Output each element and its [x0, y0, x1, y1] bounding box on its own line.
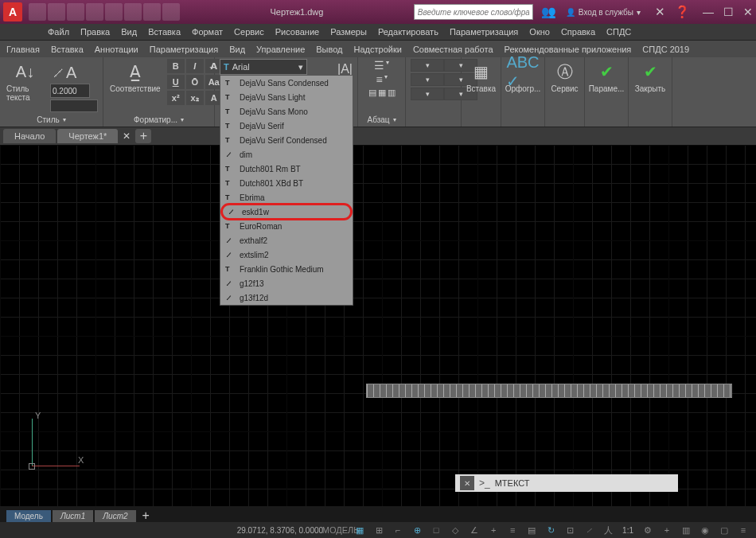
text-ruler[interactable] [366, 384, 732, 398]
maximize-button[interactable]: ☐ [723, 6, 734, 18]
bullets-icon[interactable]: ☰ [374, 59, 384, 72]
dd1[interactable]: ▾ [411, 60, 443, 71]
tab-parametric[interactable]: Параметризация [150, 45, 218, 54]
menu-draw[interactable]: Рисование [275, 27, 319, 37]
menu-dimension[interactable]: Размеры [330, 27, 367, 37]
overline-button[interactable]: Ō [186, 75, 204, 89]
linespace-icon[interactable]: ≡ [376, 73, 382, 86]
match-button[interactable]: A̲ Соответствие [108, 59, 162, 95]
panel-paragraph-label[interactable]: Абзац▾ [363, 115, 400, 125]
menu-spds[interactable]: СПДС [606, 27, 631, 37]
3dosnap-icon[interactable]: ◇ [447, 524, 463, 536]
monitor-icon[interactable]: + [659, 524, 675, 536]
tab-manage[interactable]: Управление [256, 45, 305, 54]
osnap-icon[interactable]: □ [428, 524, 444, 536]
text-height-input[interactable] [50, 84, 90, 98]
italic-button[interactable]: I [186, 59, 204, 73]
custom-icon[interactable]: ≡ [735, 524, 751, 536]
font-item[interactable]: TDutch801 Rm BT [220, 162, 353, 176]
menu-view[interactable]: Вид [121, 27, 137, 37]
status-model[interactable]: МОДЕЛЬ [333, 524, 349, 536]
clean-icon[interactable]: ▢ [716, 524, 732, 536]
lwt-icon[interactable]: ≡ [505, 524, 520, 536]
font-item[interactable]: TDejaVu Sans Condensed [220, 76, 353, 90]
help-search-input[interactable] [414, 4, 533, 20]
cmd-close-icon[interactable]: ✕ [460, 476, 474, 490]
tab-view[interactable]: Вид [229, 45, 245, 54]
align-left-icon[interactable]: ▤ [368, 88, 376, 98]
tab-home[interactable]: Главная [6, 45, 40, 54]
insert-button[interactable]: ▦ Вставка [466, 59, 496, 95]
qat-new-icon[interactable] [29, 3, 46, 21]
font-item[interactable]: TDutch801 XBd BT [220, 176, 353, 190]
panel-format-label[interactable]: Форматир...▾ [108, 115, 209, 125]
doctab-drawing[interactable]: Чертеж1* [57, 129, 118, 143]
tools-button[interactable]: Ⓐ Сервис [550, 59, 579, 95]
tab-collaborate[interactable]: Совместная работа [413, 45, 493, 54]
menu-edit[interactable]: Правка [80, 27, 110, 37]
hardware-icon[interactable]: ◉ [697, 524, 713, 536]
font-combo[interactable]: TArial ▾ TDejaVu Sans CondensedTDejaVu S… [220, 59, 307, 75]
sub-button[interactable]: x₂ [186, 91, 204, 105]
qat-save-icon[interactable] [67, 3, 84, 21]
polar-icon[interactable]: ⊕ [409, 524, 425, 536]
command-line[interactable]: ✕ >_ МТЕКСТ [455, 474, 678, 492]
menu-format[interactable]: Формат [192, 27, 223, 37]
transparency-icon[interactable]: ▤ [524, 524, 540, 536]
panel-style-label[interactable]: Стиль▾ [5, 115, 98, 125]
menu-window[interactable]: Окно [529, 27, 550, 37]
tab-layout2[interactable]: Лист2 [95, 510, 135, 522]
font-item[interactable]: ⟋g13f12d [220, 290, 353, 305]
underline-button[interactable]: U [167, 75, 185, 89]
annovisible-icon[interactable]: 人 [600, 524, 616, 536]
qat-saveas-icon[interactable] [86, 3, 103, 21]
annomon-icon[interactable]: ⊡ [562, 524, 578, 536]
tab-addins[interactable]: Надстройки [354, 45, 402, 54]
dyn-icon[interactable]: + [485, 524, 501, 536]
doctab-start[interactable]: Начало [3, 129, 56, 143]
font-item[interactable]: TDejaVu Serif [220, 119, 353, 133]
exchange-icon[interactable]: ✕ [652, 3, 668, 21]
tab-output[interactable]: Вывод [316, 45, 342, 54]
align-center-icon[interactable]: ▦ [378, 88, 386, 98]
isolate-icon[interactable]: ▥ [678, 524, 694, 536]
font-dropdown[interactable]: TDejaVu Sans CondensedTDejaVu Sans Light… [220, 75, 353, 306]
qat-plot-icon[interactable] [105, 3, 123, 21]
font-item[interactable]: ⟋g12f13 [220, 276, 353, 290]
qat-open-icon[interactable] [48, 3, 65, 21]
text-style-button[interactable]: A↓ Стиль текста [5, 59, 45, 103]
font-item[interactable]: ⟋eskd1w [220, 203, 353, 220]
dd3[interactable]: ▾ [411, 74, 443, 85]
grid-icon[interactable]: ▦ [352, 524, 368, 536]
close-button[interactable]: ✕ [743, 6, 753, 18]
sign-in[interactable]: 👤 Вход в службы ▾ [566, 8, 641, 17]
workspace-icon[interactable]: ⚙ [640, 524, 656, 536]
tab-model[interactable]: Модель [6, 510, 51, 522]
options-button[interactable]: ✔ Параме... [590, 59, 623, 95]
tab-layout1[interactable]: Лист1 [53, 510, 93, 522]
font-item[interactable]: ⟋extslim2 [220, 248, 353, 262]
font-item[interactable]: ⟋exthalf2 [220, 233, 353, 248]
minimize-button[interactable]: — [703, 6, 714, 18]
qat-redo-icon[interactable] [143, 3, 161, 21]
ortho-icon[interactable]: ⌐ [390, 524, 406, 536]
app-logo[interactable]: A [3, 2, 22, 21]
spell-button[interactable]: ABC✓ Орфогр... [506, 59, 540, 95]
menu-help[interactable]: Справка [561, 27, 595, 37]
infocenter-icon[interactable]: 👥 [538, 3, 559, 21]
menu-modify[interactable]: Редактировать [378, 27, 438, 37]
align-right-icon[interactable]: ▥ [388, 88, 396, 98]
menu-tools[interactable]: Сервис [234, 27, 264, 37]
font-item[interactable]: TDejaVu Sans Light [220, 90, 353, 104]
mask-button[interactable] [50, 99, 98, 112]
annoscale-icon[interactable]: ⟋ [581, 524, 597, 536]
dd5[interactable]: ▾ [411, 88, 443, 99]
menu-file[interactable]: Файл [48, 27, 69, 37]
qat-more-icon[interactable] [162, 3, 180, 21]
otrack-icon[interactable]: ∠ [466, 524, 482, 536]
font-item[interactable]: TFranklin Gothic Medium [220, 262, 353, 276]
font-item[interactable]: TEuroRoman [220, 219, 353, 233]
tab-annotate[interactable]: Аннотации [95, 45, 138, 54]
font-item[interactable]: TDejaVu Serif Condensed [220, 133, 353, 147]
close-editor-button[interactable]: ✔ Закрыть [633, 59, 667, 95]
